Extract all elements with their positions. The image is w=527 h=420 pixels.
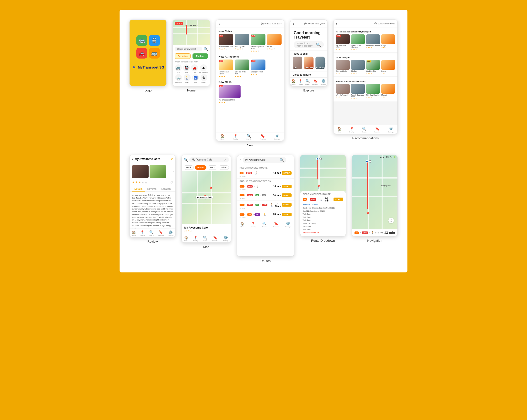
public-route-1[interactable]: 421 › BUS › 🚶 16 min START S$ $0.45: [237, 183, 294, 192]
explore-btn[interactable]: Explore: [193, 54, 208, 59]
routes-nav-favorites[interactable]: 🔖Favorites: [273, 222, 279, 227]
rec-nearby-4[interactable]: Knave ★★★: [381, 60, 395, 74]
nav-direction-btn[interactable]: ⊙: [388, 218, 394, 223]
cafe-card-2[interactable]: Working Title ★★★★★: [235, 34, 249, 52]
tab-walk[interactable]: Walk: [184, 165, 194, 170]
routes-more-btn[interactable]: ⋮: [288, 158, 292, 162]
transport-bicycle[interactable]: 🚲 BICYCLE: [175, 74, 182, 83]
rec-traveler-3[interactable]: PS. Cafe Harding ★★★★: [366, 84, 380, 99]
rec-traveler-1[interactable]: Wheeler's Yard ★★★★: [336, 84, 350, 99]
new-back-btn[interactable]: ‹: [219, 22, 220, 26]
transport-motorbike[interactable]: 🏍 MOTORBIKE: [199, 65, 208, 73]
public-route-2[interactable]: 111 › BUS › 34 › 58 55 min START S$ $0.2…: [237, 192, 294, 201]
routes-nav-home[interactable]: 🏠Home: [240, 222, 244, 227]
nav-bottom-panel: 45 › BUS › 🚶 3:46 PM 13 min: [352, 229, 397, 236]
rec-card-4[interactable]: Earlyb ★★★: [381, 34, 395, 50]
review-nav-home[interactable]: 🏠Home: [132, 230, 136, 236]
rec-nav-home[interactable]: 🏠Home: [337, 127, 341, 133]
rec-start-btn[interactable]: START: [282, 171, 292, 175]
review-dropdown-icon[interactable]: ∨: [171, 157, 173, 161]
recommended-route-item[interactable]: 45 › BUS › 🚶 13 min START S$ $0.14: [237, 170, 294, 179]
explore-back-btn[interactable]: ‹: [293, 22, 294, 26]
explore-nav-search[interactable]: 🔍Search: [305, 79, 310, 85]
explore-nav-favorites[interactable]: 🔖Favorites: [312, 79, 318, 85]
rec-nav-settings[interactable]: ⚙️Settings: [388, 127, 394, 133]
public-start-4[interactable]: START: [282, 213, 292, 216]
chill-cafe-card[interactable]: Cafe: [293, 57, 302, 69]
new-cafes-title: New Cafes: [219, 30, 282, 33]
rec-traveler-4[interactable]: Marcot ★★★: [381, 84, 395, 99]
review-nav-search[interactable]: 🔍Search: [149, 230, 154, 236]
chill-fastfood-card[interactable]: Fast Food: [304, 57, 313, 69]
attraction-card-3[interactable]: NEW Singapore Flyer ★★★★: [251, 60, 265, 77]
cafe-card-1[interactable]: NEW My Awesome Cafe ★★★★★: [219, 34, 233, 52]
transport-bus[interactable]: 🚌 BUS: [175, 65, 182, 73]
chill-restaurant-card[interactable]: Restaurant: [316, 57, 325, 69]
map-search-input[interactable]: My Awesome Cafe ✕: [189, 157, 229, 162]
rec-card-3[interactable]: Bread and Hearth ★★★★: [366, 34, 380, 50]
map-nav-settings[interactable]: ⚙️Settings: [223, 236, 228, 241]
explore-nav-settings[interactable]: ⚙️Settings: [321, 79, 326, 85]
map-nav-favorites[interactable]: 🔖Favorites: [212, 236, 218, 241]
rec-nearby-2[interactable]: Blu Jaz ★★★★: [351, 60, 365, 74]
public-start-2[interactable]: START: [282, 194, 292, 197]
nav-search[interactable]: 🔍Search: [246, 134, 251, 140]
attraction-card-2[interactable]: Gardens by the Bay ★★★★: [235, 60, 249, 77]
mall-card-1[interactable]: NEW The Shoppes at MBS ★★★★: [219, 85, 241, 103]
tab-details[interactable]: Details: [132, 186, 145, 192]
tab-location[interactable]: Location: [159, 186, 173, 192]
favorites-btn[interactable]: Favorites: [175, 54, 191, 59]
transport-walk[interactable]: 🚶 WALK: [183, 74, 191, 83]
transport-car[interactable]: 🚗 CAR: [191, 65, 198, 73]
transport-lift[interactable]: 🛗 LIFT: [192, 74, 199, 83]
nav-favorites[interactable]: 🔖Favorites: [260, 134, 266, 140]
transport-mrt[interactable]: 🚇 MRT: [183, 65, 190, 73]
nav-home[interactable]: 🏠Home: [220, 134, 224, 140]
routes-nav-settings[interactable]: ⚙️Settings: [285, 222, 291, 227]
rec-back-btn[interactable]: ‹: [336, 22, 337, 26]
public-route-3[interactable]: 111 › BUS › 34 › BUS › 🚶 1h 3min START S…: [237, 201, 294, 211]
map-nav-search[interactable]: 🔍Search: [203, 236, 207, 241]
rec-nearby-3[interactable]: NEW Working Title ★★★★: [366, 60, 380, 74]
review-img-arrow[interactable]: ›: [171, 170, 175, 174]
rec-card-1[interactable]: NEW My Awesome Cafe ★★★★: [336, 34, 350, 50]
home-search-input[interactable]: Going somewhere?: [175, 47, 202, 52]
explore-nav-nearby[interactable]: 📍Nearby: [298, 79, 303, 85]
review-nav-favorites[interactable]: 🔖Favorites: [158, 230, 164, 236]
map-nav-nearby[interactable]: 📍Nearby: [193, 236, 198, 241]
explore-nav-home[interactable]: 🏠Home: [292, 79, 296, 85]
tab-reviews[interactable]: Reviews: [145, 186, 159, 192]
nav-nearby[interactable]: 📍Nearby: [233, 134, 238, 140]
tab-drive[interactable]: Drive: [219, 165, 229, 170]
routes-nav-search[interactable]: 🔍Search: [262, 222, 267, 227]
rec-nav-search[interactable]: 🔍Search: [362, 127, 366, 133]
review-nav-settings[interactable]: ⚙️Settings: [168, 230, 174, 236]
public-start-3[interactable]: START: [282, 203, 292, 207]
tab-mrt[interactable]: MRT: [208, 165, 217, 170]
rec-nav-nearby[interactable]: 📍Nearby: [349, 127, 354, 133]
review-nav-nearby[interactable]: 📍Nearby: [140, 230, 145, 236]
explore-search-box[interactable]: Where do you wish to explore? 🔍: [294, 41, 324, 48]
google-map[interactable]: 📍 📍 My Awesome Cafe: [182, 171, 231, 224]
routes-search-box[interactable]: My Awesome Cafe 🔍: [243, 157, 286, 163]
review-back-btn[interactable]: ‹: [132, 157, 133, 161]
public-start-1[interactable]: START: [282, 185, 292, 188]
map-search-clear-btn[interactable]: ✕: [224, 158, 226, 162]
rec-nearby-1[interactable]: Stairland Cafe ★★★: [336, 60, 350, 74]
review-heart-btn[interactable]: ♡: [170, 180, 173, 185]
cafe-card-3[interactable]: NEW Toldri's Espresso Nook ★★★★★: [251, 34, 265, 52]
rec-card-2[interactable]: Nylon Coffee Roasters ★★★★: [351, 34, 365, 50]
explore-bottom-nav: 🏠Home 📍Nearby 🔍Search 🔖Favorites ⚙️Setti…: [290, 77, 327, 86]
tab-buses[interactable]: Buses: [195, 165, 206, 170]
routes-nav-nearby[interactable]: 📍Nearby: [251, 222, 255, 227]
transport-ferry[interactable]: ⛴ FERRY: [200, 74, 208, 83]
attraction-card-1[interactable]: NEW Jewel Changi Airport ★★★★: [219, 60, 233, 77]
cafe-card-4[interactable]: Earlyb ★★★★★: [267, 34, 282, 52]
routes-back-btn[interactable]: ‹: [240, 158, 241, 162]
rec-traveler-2[interactable]: Toldri's Espresso Nook ★★★★: [351, 84, 365, 99]
public-route-4[interactable]: 421 › 422 › MRT › 🚶 58 min START S$ $0.4…: [237, 211, 294, 220]
routedrop-start-btn[interactable]: START: [333, 198, 343, 201]
rec-nav-favorites[interactable]: 🔖Favorites: [374, 127, 381, 133]
nav-settings[interactable]: ⚙️Settings: [274, 134, 280, 140]
map-nav-home[interactable]: 🏠Home: [184, 236, 188, 241]
